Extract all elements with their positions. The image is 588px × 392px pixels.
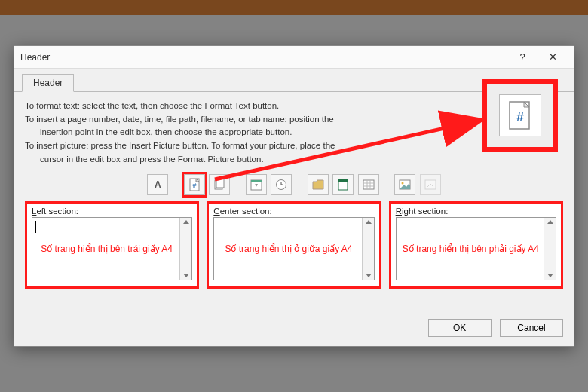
- svg-rect-11: [338, 179, 348, 182]
- scrollbar[interactable]: [544, 218, 556, 280]
- insert-time-button[interactable]: [271, 174, 292, 195]
- svg-rect-12: [363, 180, 374, 189]
- center-section-label: Center section:: [213, 207, 374, 216]
- left-annotation: Số trang hiển thị bên trái giấy A4: [38, 243, 186, 254]
- center-section: Center section: Số trang hiển thị ở giữa…: [207, 201, 381, 289]
- left-section-label: Left section:: [32, 207, 192, 216]
- insert-sheet-name-button[interactable]: [358, 174, 379, 195]
- right-annotation: Số trang hiển thị bên phải giấy A4: [400, 243, 553, 254]
- left-section-input[interactable]: Số trang hiển thị bên trái giấy A4: [32, 217, 192, 280]
- dialog-titlebar: Header ? ✕: [14, 46, 574, 69]
- scrollbar[interactable]: [362, 218, 374, 280]
- page-number-callout: #: [482, 79, 558, 152]
- text-cursor: [35, 221, 36, 233]
- svg-rect-3: [216, 179, 224, 188]
- header-sections: Left section: Số trang hiển thị bên trái…: [25, 201, 563, 289]
- right-section: Right section: Số trang hiển thị bên phả…: [389, 201, 563, 289]
- header-toolbar: A # 7: [25, 174, 563, 195]
- cancel-button[interactable]: Cancel: [500, 319, 563, 337]
- left-section: Left section: Số trang hiển thị bên trái…: [25, 201, 199, 289]
- center-section-input[interactable]: Số trang hiển thị ở giữa giấy A4: [213, 217, 374, 280]
- insert-file-name-button[interactable]: [332, 174, 354, 195]
- instruction-line: cursor in the edit box and press the For…: [25, 153, 563, 166]
- format-text-button[interactable]: A: [147, 174, 168, 195]
- svg-text:#: #: [192, 182, 196, 189]
- insert-page-number-button[interactable]: #: [184, 174, 205, 195]
- scrollbar[interactable]: [179, 218, 191, 280]
- dialog-title: Header: [20, 52, 507, 63]
- insert-number-of-pages-button[interactable]: [209, 174, 230, 195]
- right-section-label: Right section:: [396, 207, 556, 216]
- insert-file-path-button[interactable]: [308, 174, 329, 195]
- format-picture-button[interactable]: [420, 174, 441, 195]
- page-number-icon: #: [499, 94, 541, 136]
- insert-date-button[interactable]: 7: [246, 174, 267, 195]
- svg-text:#: #: [516, 109, 524, 124]
- svg-rect-19: [425, 180, 436, 189]
- dialog-buttons: OK Cancel: [422, 319, 563, 337]
- close-button[interactable]: ✕: [537, 47, 568, 68]
- insert-picture-button[interactable]: [394, 174, 415, 195]
- ok-button[interactable]: OK: [428, 319, 492, 337]
- center-annotation: Số trang hiển thị ở giữa giấy A4: [222, 243, 366, 254]
- svg-rect-5: [251, 180, 262, 182]
- right-section-input[interactable]: Số trang hiển thị bên phải giấy A4: [396, 217, 556, 280]
- svg-text:7: 7: [255, 183, 258, 188]
- help-button[interactable]: ?: [507, 47, 537, 68]
- tab-header[interactable]: Header: [22, 74, 74, 92]
- svg-point-18: [402, 182, 404, 185]
